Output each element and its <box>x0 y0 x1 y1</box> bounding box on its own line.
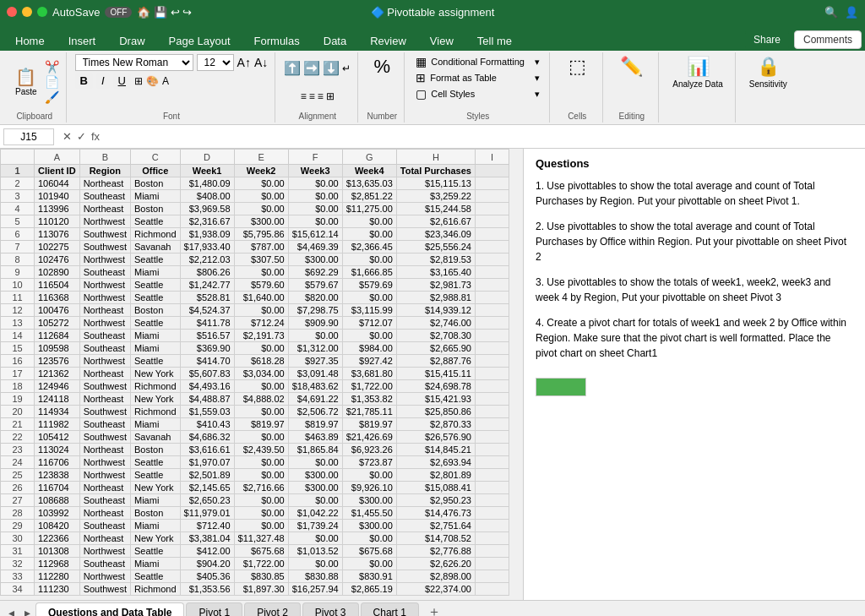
table-cell[interactable]: $1,640.00 <box>234 292 288 304</box>
table-cell[interactable]: Southeast <box>79 342 130 355</box>
table-cell[interactable]: $17,933.40 <box>180 241 234 253</box>
table-cell[interactable]: $2,439.50 <box>234 444 288 456</box>
table-cell[interactable]: $1,970.07 <box>180 456 234 469</box>
tab-data[interactable]: Data <box>312 31 358 51</box>
table-cell[interactable]: Southwest <box>79 431 130 444</box>
table-cell[interactable]: 103992 <box>35 507 80 520</box>
table-cell[interactable]: $14,845.21 <box>396 444 475 456</box>
table-cell[interactable]: Miami <box>131 494 181 507</box>
table-row[interactable]: 25123838NorthwestSeattle$2,501.89$0.00$3… <box>1 469 509 482</box>
table-cell[interactable]: 123838 <box>35 469 80 482</box>
font-name-select[interactable]: Times New Roman <box>75 54 193 71</box>
insert-function-icon[interactable]: fx <box>91 130 100 143</box>
table-cell[interactable]: $0.00 <box>342 253 396 266</box>
col-b[interactable]: B <box>79 150 130 165</box>
table-cell[interactable]: $579.69 <box>342 279 396 292</box>
table-cell[interactable]: $2,819.53 <box>396 253 475 266</box>
table-cell[interactable]: $24,698.78 <box>396 380 475 393</box>
table-row[interactable]: 32112968SoutheastMiami$904.20$1,722.00$0… <box>1 558 509 570</box>
table-cell[interactable]: $1,353.56 <box>180 583 234 596</box>
table-cell[interactable]: $21,426.69 <box>342 431 396 444</box>
table-cell[interactable]: $11,327.48 <box>234 532 288 545</box>
align-center-icon[interactable]: ≡ <box>309 90 315 102</box>
autosave-toggle[interactable]: OFF <box>105 7 132 18</box>
table-cell[interactable]: $15,421.93 <box>396 393 475 406</box>
table-cell[interactable]: $1,455.50 <box>342 507 396 520</box>
table-cell[interactable]: New York <box>131 482 181 494</box>
table-cell[interactable]: $0.00 <box>288 203 342 215</box>
table-cell[interactable]: $15,088.41 <box>396 482 475 494</box>
underline-button[interactable]: U <box>113 73 131 89</box>
table-cell[interactable]: 113996 <box>35 203 80 215</box>
table-cell[interactable]: Northwest <box>79 469 130 482</box>
table-cell[interactable]: Miami <box>131 342 181 355</box>
table-cell[interactable]: Southeast <box>79 520 130 532</box>
table-cell[interactable]: $2,716.66 <box>234 482 288 494</box>
table-cell[interactable]: $0.00 <box>342 215 396 228</box>
cut-icon[interactable]: ✂️ <box>45 60 59 74</box>
tab-nav-right[interactable]: ▸ <box>19 604 35 617</box>
col-h[interactable]: H <box>396 150 475 165</box>
table-cell[interactable]: $2,865.19 <box>342 583 396 596</box>
table-cell[interactable]: Northwest <box>79 317 130 330</box>
table-cell[interactable]: $15,612.14 <box>288 228 342 241</box>
tab-view[interactable]: View <box>418 31 465 51</box>
table-cell[interactable]: $2,191.73 <box>234 330 288 342</box>
table-cell[interactable]: $2,708.30 <box>396 330 475 342</box>
table-cell[interactable]: 100476 <box>35 304 80 317</box>
table-cell[interactable]: $2,212.03 <box>180 253 234 266</box>
table-row[interactable]: 13105272NorthwestSeattle$411.78$712.24$9… <box>1 317 509 330</box>
table-cell[interactable]: $0.00 <box>234 342 288 355</box>
table-cell[interactable]: $0.00 <box>288 190 342 203</box>
table-cell[interactable]: $787.00 <box>234 241 288 253</box>
table-cell[interactable]: Savanah <box>131 241 181 253</box>
table-row[interactable]: 2106044NortheastBoston$1,480.09$0.00$0.0… <box>1 177 509 190</box>
table-cell[interactable]: 114934 <box>35 406 80 418</box>
table-cell[interactable]: $819.97 <box>342 418 396 431</box>
table-cell[interactable]: $13,635.03 <box>342 177 396 190</box>
table-row[interactable]: 29108420SoutheastMiami$712.40$0.00$1,739… <box>1 520 509 532</box>
table-cell[interactable]: $405.36 <box>180 570 234 583</box>
table-cell[interactable]: 121362 <box>35 368 80 380</box>
table-cell[interactable]: Southeast <box>79 190 130 203</box>
table-cell[interactable]: 105412 <box>35 431 80 444</box>
table-cell[interactable]: 108688 <box>35 494 80 507</box>
table-cell[interactable]: $0.00 <box>234 520 288 532</box>
table-cell[interactable]: $0.00 <box>234 304 288 317</box>
table-row[interactable]: 11116368NorthwestSeattle$528.81$1,640.00… <box>1 292 509 304</box>
table-cell[interactable]: 112968 <box>35 558 80 570</box>
table-cell[interactable]: $1,242.77 <box>180 279 234 292</box>
col-a[interactable]: A <box>35 150 80 165</box>
table-cell[interactable]: $16,257.94 <box>288 583 342 596</box>
table-cell[interactable]: $3,034.00 <box>234 368 288 380</box>
format-painter-icon[interactable]: 🖌️ <box>45 90 59 104</box>
decrease-font-icon[interactable]: A↓ <box>254 56 268 69</box>
table-cell[interactable]: $2,650.23 <box>180 494 234 507</box>
table-cell[interactable]: $0.00 <box>234 177 288 190</box>
table-cell[interactable]: $0.00 <box>342 228 396 241</box>
table-cell[interactable]: $3,616.61 <box>180 444 234 456</box>
table-cell[interactable]: $1,013.52 <box>288 545 342 558</box>
table-row[interactable]: 34111230SouthwestRichmond$1,353.56$1,897… <box>1 583 509 596</box>
table-cell[interactable]: $1,312.00 <box>288 342 342 355</box>
borders-icon[interactable]: ⊞ <box>134 75 143 87</box>
table-cell[interactable]: $819.97 <box>288 418 342 431</box>
table-cell[interactable]: Southeast <box>79 418 130 431</box>
tab-insert[interactable]: Insert <box>57 31 108 51</box>
table-cell[interactable]: 101940 <box>35 190 80 203</box>
table-cell[interactable]: $3,259.22 <box>396 190 475 203</box>
table-cell[interactable]: $4,524.37 <box>180 304 234 317</box>
col-d[interactable]: D <box>180 150 234 165</box>
table-cell[interactable]: $15,415.11 <box>396 368 475 380</box>
table-cell[interactable]: 105272 <box>35 317 80 330</box>
table-cell[interactable]: 101308 <box>35 545 80 558</box>
share-button[interactable]: Share <box>745 30 789 49</box>
table-cell[interactable]: Boston <box>131 304 181 317</box>
table-cell[interactable]: $1,722.00 <box>234 558 288 570</box>
table-cell[interactable]: $3,115.99 <box>342 304 396 317</box>
table-cell[interactable]: Southwest <box>79 583 130 596</box>
sheet-tab-pivot2[interactable]: Pivot 2 <box>244 602 301 616</box>
table-cell[interactable]: 102890 <box>35 266 80 279</box>
table-cell[interactable]: $9,926.10 <box>342 482 396 494</box>
table-cell[interactable]: $820.00 <box>288 292 342 304</box>
